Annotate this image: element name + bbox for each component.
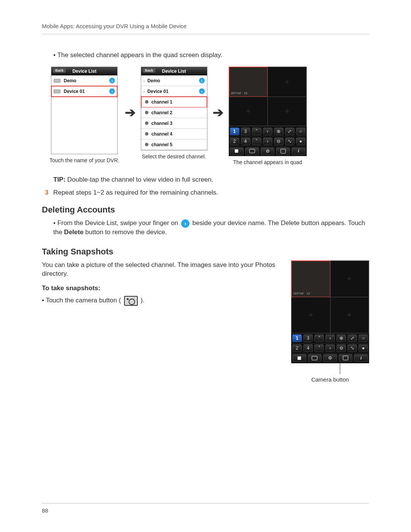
viewer-btn-2[interactable]: 2: [230, 137, 239, 145]
viewer-btn-up[interactable]: ˄: [314, 334, 324, 342]
channel-row[interactable]: channel 3: [141, 118, 207, 129]
device-row[interactable]: › Device 01 ›: [141, 86, 207, 97]
viewer-btn-zoom-out[interactable]: ⊖: [274, 137, 284, 145]
channel-label: channel 2: [151, 110, 172, 115]
channel-row[interactable]: channel 1: [141, 97, 207, 107]
viewer-btn-3[interactable]: 3: [241, 128, 250, 135]
viewer-btn-up[interactable]: ˄: [252, 128, 261, 135]
channel-dot-icon: [145, 143, 148, 146]
device-label: Demo: [147, 78, 160, 83]
tip-prefix: TIP:: [53, 176, 65, 183]
viewer-btn-shrink[interactable]: ⤡: [285, 137, 295, 145]
arrow-icon: ➔: [123, 105, 138, 120]
snap-part-a: Touch the camera button (: [46, 297, 123, 304]
viewer-btn-zoom-in[interactable]: ⊕: [274, 128, 284, 135]
viewer-btn-settings[interactable]: [323, 354, 337, 362]
quad-cell[interactable]: +: [330, 297, 369, 333]
viewer-btn-zoom-out[interactable]: ⊖: [336, 344, 346, 352]
viewer-btn-down[interactable]: ˅: [252, 137, 261, 145]
channel-label: channel 3: [151, 121, 172, 126]
dvr-icon: [54, 79, 61, 83]
viewer-btn-left[interactable]: ‹: [263, 128, 272, 135]
viewer-btn-1[interactable]: 1: [230, 128, 239, 135]
quad-viewer-snapshot: 207'/16' 12 + + + 1 3 ˄ ‹ ⊕ ⤢ ○ 2 4: [291, 260, 369, 363]
snap-part-b: ).: [140, 297, 144, 304]
snapshot-subhead: To take snapshots:: [42, 284, 280, 292]
quad-cell[interactable]: +: [268, 67, 306, 97]
viewer-btn-shrink[interactable]: ⤡: [347, 344, 357, 352]
chevron-icon: ›: [109, 88, 115, 94]
del-part-c: button to remove the device.: [83, 228, 167, 236]
viewer-btn-rec-off[interactable]: ○: [358, 334, 368, 342]
viewer-btn-2[interactable]: 2: [292, 344, 302, 352]
viewer-btn-rec-on[interactable]: ●: [358, 344, 368, 352]
device-label: Device 01: [147, 89, 168, 94]
viewer-btn-info[interactable]: [354, 354, 368, 362]
intro-bullet-text: The selected channel appears in the quad…: [57, 51, 222, 59]
viewer-btn-list[interactable]: [339, 354, 353, 362]
arrow-circle-icon: ›: [181, 219, 190, 228]
quad-cell[interactable]: +: [268, 97, 306, 126]
tip-text: Double-tap the channel to view video in …: [65, 176, 213, 183]
viewer-btn-4[interactable]: 4: [303, 344, 313, 352]
viewer-btn-zoom-in[interactable]: ⊕: [336, 334, 346, 342]
expand-icon: ›: [143, 78, 145, 83]
viewer-btn-4[interactable]: 4: [241, 137, 250, 145]
device-row[interactable]: Device 01 ›: [51, 86, 117, 97]
channel-dot-icon: [145, 111, 148, 114]
chevron-icon: ›: [109, 78, 115, 83]
device-row[interactable]: › Demo ›: [141, 75, 207, 86]
step-text: Repeat steps 1~2 as required for the rem…: [53, 189, 218, 197]
panel-b-header: Back Device List: [141, 67, 207, 75]
panel-a-caption: Touch the name of your DVR.: [49, 157, 119, 163]
viewer-btn-info[interactable]: [292, 147, 306, 155]
step-3: 3 Repeat steps 1~2 as required for the r…: [45, 189, 369, 197]
viewer-btn-rec-on[interactable]: ●: [296, 137, 306, 145]
quad-cell-active[interactable]: 207'/16' 12: [292, 261, 330, 297]
quad-cell[interactable]: +: [229, 97, 268, 126]
quad-cell-active[interactable]: 207'/16' 12: [229, 67, 268, 97]
arrow-icon: ➔: [210, 105, 226, 120]
viewer-btn-camera[interactable]: [245, 147, 259, 155]
viewer-btn-camera[interactable]: [308, 354, 322, 362]
viewer-btn-stop[interactable]: [292, 354, 306, 362]
tip-line: TIP: Double-tap the channel to view vide…: [53, 176, 369, 184]
step-number: 3: [45, 189, 53, 197]
channel-row[interactable]: channel 2: [141, 107, 207, 118]
page-number: 88: [42, 507, 48, 514]
quad-cell[interactable]: +: [330, 261, 369, 297]
panel-a-header: Back Device List: [51, 67, 117, 75]
channel-row[interactable]: channel 5: [141, 139, 207, 150]
intro-bullet: • The selected channel appears in the qu…: [53, 51, 369, 59]
viewer-btn-settings[interactable]: [261, 147, 275, 155]
camera-icon: [124, 296, 138, 306]
quad-cell[interactable]: +: [292, 297, 330, 333]
viewer-btn-down[interactable]: ˅: [314, 344, 324, 352]
viewer-btn-expand[interactable]: ⤢: [285, 128, 295, 135]
panel-b-title: Device List: [162, 69, 186, 74]
viewer-btn-stop[interactable]: [230, 147, 244, 155]
snapshot-desc: You can take a picture of the selected c…: [42, 260, 280, 279]
viewer-btn-right[interactable]: ›: [325, 344, 335, 352]
device-list-panel-a: Back Device List Demo › Device 01 ›: [51, 67, 118, 154]
snapshot-bullet: • Touch the camera button ( ).: [42, 296, 280, 306]
viewer-btn-expand[interactable]: ⤢: [347, 334, 357, 342]
device-row[interactable]: Demo ›: [51, 75, 117, 86]
section-deleting-accounts: Deleting Accounts: [42, 205, 369, 215]
expand-icon: ›: [143, 89, 145, 94]
device-list-panel-b: Back Device List › Demo › › Device 01 › …: [141, 67, 207, 150]
channel-row[interactable]: channel 4: [141, 129, 207, 139]
channel-dot-icon: [145, 121, 148, 125]
viewer-btn-rec-off[interactable]: ○: [296, 128, 306, 135]
channel-label: channel 5: [151, 142, 172, 147]
viewer-btn-list[interactable]: [276, 147, 290, 155]
back-button[interactable]: Back: [143, 68, 156, 73]
camera-button-callout: Camera button: [291, 376, 369, 383]
page-footer: 88: [42, 503, 369, 514]
channel-label: channel 1: [151, 99, 172, 105]
back-button[interactable]: Back: [53, 68, 66, 73]
viewer-btn-1[interactable]: 1: [292, 334, 302, 342]
viewer-btn-3[interactable]: 3: [303, 334, 313, 342]
viewer-btn-right[interactable]: ›: [263, 137, 272, 145]
viewer-btn-left[interactable]: ‹: [325, 334, 335, 342]
